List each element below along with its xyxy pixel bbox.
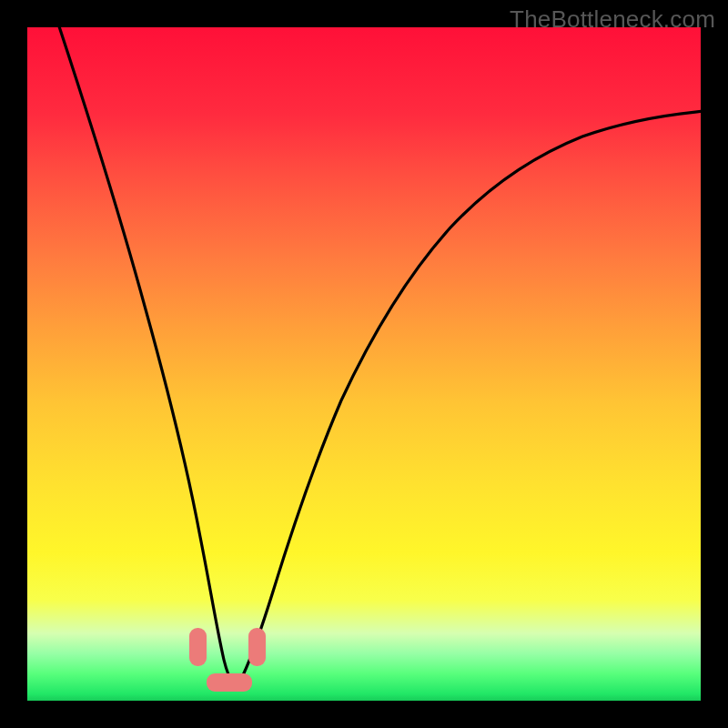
stage: TheBottleneck.com	[0, 0, 728, 728]
marker-right-capsule	[248, 628, 266, 666]
marker-left-capsule	[189, 628, 207, 666]
marker-bottom-capsule	[207, 673, 252, 692]
watermark-text: TheBottleneck.com	[510, 5, 715, 34]
bottleneck-curve	[27, 27, 701, 701]
plot-area	[27, 27, 701, 701]
curve-path	[56, 27, 701, 682]
